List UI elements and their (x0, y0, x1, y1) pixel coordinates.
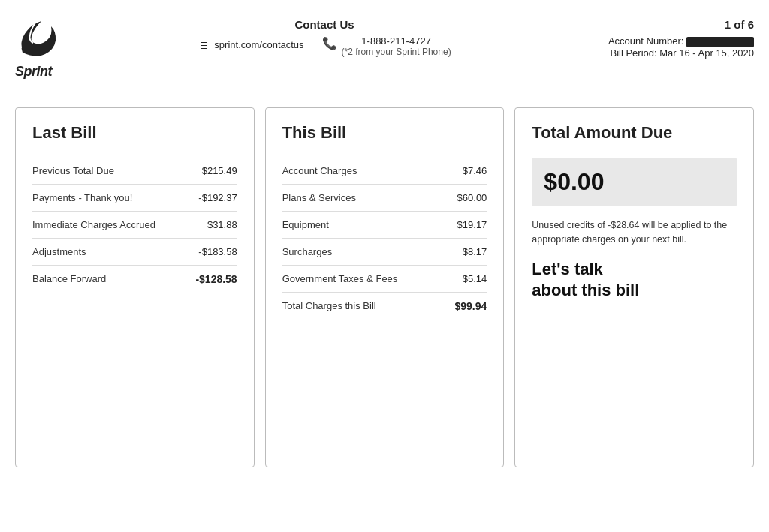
item-value: $8.17 (463, 246, 487, 257)
phone-sub: (*2 from your Sprint Phone) (342, 47, 451, 57)
web-contact: 🖥 sprint.com/contactus (198, 39, 303, 53)
item-label: Balance Forward (32, 273, 195, 284)
page-header: Sprint Contact Us 🖥 sprint.com/contactus… (15, 15, 754, 92)
logo-area: Sprint (15, 15, 60, 80)
item-label: Plans & Services (282, 192, 457, 203)
this-bill-card: This Bill Account Charges $7.46 Plans & … (265, 107, 505, 467)
list-item: Adjustments -$183.58 (32, 239, 237, 266)
total-amount-value: $0.00 (544, 168, 725, 196)
bill-period-label: Bill Period: (610, 47, 656, 59)
item-label: Equipment (282, 219, 457, 230)
item-value: -$183.58 (198, 246, 237, 257)
account-number-row: Account Number: (589, 35, 754, 47)
item-value: -$128.58 (195, 273, 237, 285)
last-bill-card: Last Bill Previous Total Due $215.49 Pay… (15, 107, 255, 467)
item-label: Account Charges (282, 165, 463, 176)
list-item: Balance Forward -$128.58 (32, 266, 237, 293)
list-item: Immediate Charges Accrued $31.88 (32, 212, 237, 239)
contact-area: Contact Us 🖥 sprint.com/contactus 📞 1-88… (60, 15, 589, 57)
item-label: Previous Total Due (32, 165, 202, 176)
item-value: $60.00 (457, 192, 487, 203)
item-value: $19.17 (457, 219, 487, 230)
list-item: Plans & Services $60.00 (282, 185, 487, 212)
lets-talk-line2: about this bill (532, 280, 737, 302)
cards-row: Last Bill Previous Total Due $215.49 Pay… (15, 107, 754, 467)
item-label: Government Taxes & Fees (282, 273, 463, 284)
account-info: 1 of 6 Account Number: Bill Period: Mar … (589, 15, 754, 59)
item-label: Surcharges (282, 246, 463, 257)
contact-methods: 🖥 sprint.com/contactus 📞 1-888-211-4727 … (60, 35, 589, 57)
total-amount-box: $0.00 (532, 158, 737, 206)
total-due-card: Total Amount Due $0.00 Unused credits of… (514, 107, 754, 467)
this-bill-title: This Bill (282, 123, 487, 143)
lets-talk-heading: Let's talk about this bill (532, 259, 737, 302)
list-item: Equipment $19.17 (282, 212, 487, 239)
list-item: Payments - Thank you! -$192.37 (32, 185, 237, 212)
phone-number: 1-888-211-4727 (342, 35, 451, 47)
item-label: Adjustments (32, 246, 198, 257)
bill-period-value: Mar 16 - Apr 15, 2020 (659, 47, 754, 59)
item-value: $5.14 (463, 273, 487, 284)
sprint-logo-icon (15, 15, 60, 62)
phone-contact: 📞 1-888-211-4727 (*2 from your Sprint Ph… (322, 35, 451, 57)
account-number-label: Account Number: (608, 35, 683, 47)
total-due-title: Total Amount Due (532, 123, 737, 143)
account-number-value (686, 37, 754, 47)
phone-icon: 📞 (322, 36, 337, 50)
item-label: Total Charges this Bill (282, 300, 455, 311)
item-value: $7.46 (463, 165, 487, 176)
list-item: Total Charges this Bill $99.94 (282, 293, 487, 320)
item-value: -$192.37 (198, 192, 237, 203)
list-item: Surcharges $8.17 (282, 239, 487, 266)
bill-period-row: Bill Period: Mar 16 - Apr 15, 2020 (589, 47, 754, 59)
list-item: Government Taxes & Fees $5.14 (282, 266, 487, 293)
page-number: 1 of 6 (589, 18, 754, 31)
item-label: Immediate Charges Accrued (32, 219, 207, 230)
credit-note: Unused credits of -$28.64 will be applie… (532, 218, 737, 247)
last-bill-title: Last Bill (32, 123, 237, 143)
item-value: $31.88 (207, 219, 237, 230)
sprint-wordmark: Sprint (15, 64, 52, 80)
item-label: Payments - Thank you! (32, 192, 198, 203)
list-item: Account Charges $7.46 (282, 158, 487, 185)
web-url: sprint.com/contactus (214, 39, 303, 50)
contact-title: Contact Us (60, 18, 589, 31)
item-value: $215.49 (202, 165, 237, 176)
web-icon: 🖥 (198, 40, 210, 53)
lets-talk-line1: Let's talk (532, 259, 737, 281)
list-item: Previous Total Due $215.49 (32, 158, 237, 185)
item-value: $99.94 (455, 300, 487, 312)
